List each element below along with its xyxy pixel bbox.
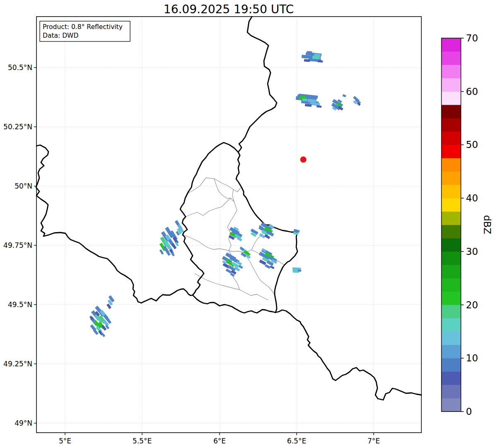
colorbar-tick-label: 30: [466, 246, 478, 257]
radar-dot: [300, 157, 307, 163]
radar-map-figure: 16.09.2025 19:50 UTC 5°E5.5°E6°E6.5°E7°E…: [0, 0, 498, 448]
echo-streak: [302, 98, 308, 101]
colorbar-segment: [442, 398, 461, 412]
info-box: Product: 0.8° Reflectivity Data: DWD: [40, 21, 130, 41]
colorbar-segment: [442, 51, 461, 65]
x-tick-label: 5.5°E: [133, 437, 152, 445]
colorbar-tick-label: 60: [466, 86, 478, 97]
y-tick-label: 50.5°N: [8, 63, 32, 72]
radar-location-marker: [300, 157, 307, 163]
x-tick-label: 5°E: [59, 437, 71, 445]
colorbar-tick-label: 10: [466, 353, 478, 363]
colorbar-segment: [442, 118, 461, 132]
info-data-line: Data: DWD: [43, 32, 78, 39]
colorbar-segment: [442, 345, 461, 358]
colorbar-segment: [442, 252, 461, 265]
colorbar-segment: [442, 158, 461, 172]
echo-streak: [298, 269, 301, 271]
y-tick-label: 49.5°N: [8, 300, 32, 309]
colorbar-segment: [442, 305, 461, 318]
colorbar-segment: [442, 131, 461, 145]
colorbar-segment: [442, 91, 461, 105]
colorbar-segment: [442, 211, 461, 225]
colorbar-segment: [442, 265, 461, 278]
y-tick-label: 49.25°N: [3, 360, 32, 368]
echo-streak: [299, 97, 303, 100]
y-tick-label: 50°N: [15, 182, 32, 190]
colorbar-segment: [442, 65, 461, 78]
colorbar-segment: [442, 238, 461, 252]
colorbar-tick-label: 20: [466, 300, 478, 310]
colorbar-segment: [442, 371, 461, 385]
figure-title: 16.09.2025 19:50 UTC: [164, 2, 294, 16]
colorbar-segment: [442, 278, 461, 292]
echo-streak: [297, 94, 301, 97]
x-tick-label: 6°E: [213, 437, 226, 445]
colorbar-segment: [442, 171, 461, 185]
y-tick-label: 49°N: [15, 419, 32, 427]
colorbar-segment: [442, 145, 461, 158]
colorbar-segment: [442, 78, 461, 92]
echo-streak: [304, 59, 310, 62]
figure-background: [0, 0, 498, 448]
colorbar-segment: [442, 332, 461, 345]
colorbar-tick-label: 70: [466, 33, 478, 44]
colorbar-segment: [442, 385, 461, 398]
colorbar-segment: [442, 198, 461, 212]
y-tick-label: 49.75°N: [3, 241, 32, 249]
colorbar-segment: [442, 225, 461, 238]
colorbar-segment: [442, 291, 461, 305]
x-tick-label: 7°E: [367, 437, 380, 445]
info-product-line: Product: 0.8° Reflectivity: [43, 23, 123, 31]
colorbar-segment: [442, 318, 461, 332]
colorbar-tick-label: 50: [466, 139, 478, 150]
y-tick-label: 50.25°N: [3, 123, 32, 131]
colorbar-segment: [442, 358, 461, 372]
echo-streak: [307, 51, 312, 53]
x-tick-label: 6.5°E: [287, 437, 306, 445]
colorbar-segment: [442, 105, 461, 119]
colorbar-segment: [442, 185, 461, 199]
colorbar-tick-label: 40: [466, 193, 478, 203]
echo-streak: [318, 60, 323, 63]
colorbar-segment: [442, 38, 461, 52]
colorbar-unit-label: dBZ: [482, 215, 493, 234]
colorbar-tick-label: 0: [466, 406, 472, 417]
